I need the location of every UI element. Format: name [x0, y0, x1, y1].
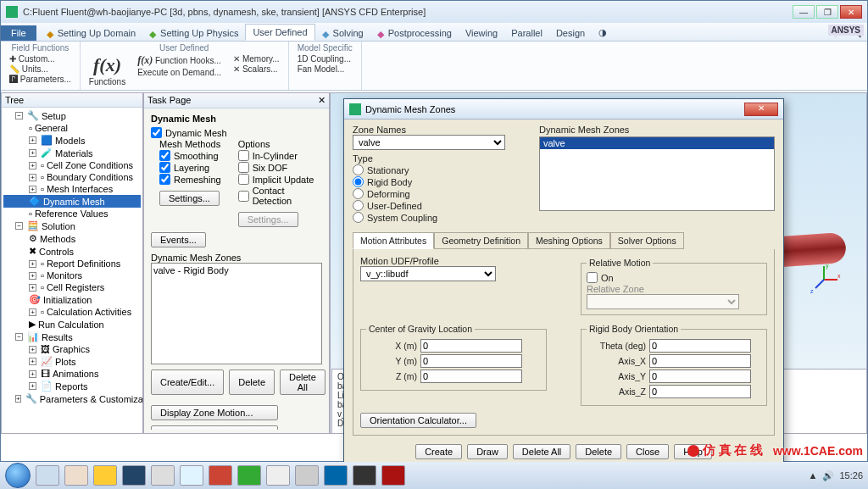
- tree-meshif[interactable]: +▫ Mesh Interfaces: [3, 183, 141, 195]
- tree-plots[interactable]: +📈 Plots: [3, 355, 141, 368]
- tree-controls[interactable]: ✖ Controls: [3, 245, 141, 258]
- chk-contact[interactable]: [238, 191, 249, 202]
- chk-remeshing[interactable]: [159, 174, 170, 185]
- tree-cellreg[interactable]: +▫ Cell Registers: [3, 281, 141, 293]
- radio-deforming[interactable]: [353, 188, 364, 199]
- tb-app-icon[interactable]: [122, 465, 146, 486]
- parameters-cmd[interactable]: 🅿 Parameters...: [9, 75, 71, 84]
- input-x[interactable]: [420, 339, 522, 353]
- tab-physics[interactable]: ◆Setting Up Physics: [142, 25, 245, 41]
- tree-monitors[interactable]: +▫ Monitors: [3, 270, 141, 281]
- dlg-draw-button[interactable]: Draw: [467, 444, 508, 459]
- hooks-cmd[interactable]: f(x) Function Hooks...: [137, 54, 221, 67]
- input-axis-y[interactable]: [649, 370, 751, 383]
- chk-implicit[interactable]: [238, 174, 249, 185]
- tree-reports[interactable]: +📄 Reports: [3, 380, 141, 392]
- maximize-button[interactable]: ❐: [816, 5, 838, 19]
- tab-parallel[interactable]: Parallel: [504, 25, 549, 41]
- tree[interactable]: −🔧 Setup ▫ General +🟦 Models +🧪 Material…: [2, 108, 142, 433]
- clock[interactable]: 15:26: [839, 470, 863, 481]
- tree-graphics[interactable]: +🖼 Graphics: [3, 343, 141, 355]
- close-button[interactable]: ✕: [840, 5, 862, 19]
- windows-taskbar[interactable]: ▲ 🔊 15:26: [0, 462, 868, 489]
- memory-cmd[interactable]: ✕ Memory...: [233, 54, 280, 64]
- custom-cmd[interactable]: ✚ Custom...: [9, 54, 71, 64]
- tree-params[interactable]: +🔧 Parameters & Customization: [3, 392, 141, 405]
- scalars-cmd[interactable]: ✕ Scalars...: [233, 64, 280, 74]
- dialog-titlebar[interactable]: Dynamic Mesh Zones ✕: [344, 99, 783, 119]
- tb-app-icon[interactable]: [324, 465, 348, 486]
- input-y[interactable]: [420, 354, 522, 368]
- chk-sixdof[interactable]: [238, 162, 249, 173]
- tab-meshing-options[interactable]: Meshing Options: [528, 232, 610, 249]
- list-item[interactable]: valve: [540, 137, 774, 149]
- tab-domain[interactable]: ◆Setting Up Domain: [40, 25, 142, 41]
- tab-design[interactable]: Design: [549, 25, 592, 41]
- axis-gizmo[interactable]: x y z: [807, 263, 841, 297]
- settings-button-1[interactable]: Settings...: [159, 191, 220, 206]
- tb-app-icon[interactable]: [93, 465, 117, 486]
- events-button[interactable]: Events...: [151, 232, 206, 247]
- tree-runcalc[interactable]: ▶ Run Calculation: [3, 318, 141, 331]
- tb-fluent-icon[interactable]: [353, 465, 376, 486]
- tb-app-icon[interactable]: [151, 465, 175, 486]
- tb-folder-icon[interactable]: [64, 465, 88, 486]
- radio-stationary[interactable]: [353, 164, 364, 175]
- tree-reportdef[interactable]: +▫ Report Definitions: [3, 258, 141, 270]
- exec-cmd[interactable]: Execute on Demand...: [137, 68, 221, 77]
- tree-dynmesh[interactable]: 🔷 Dynamic Mesh: [3, 195, 141, 208]
- delete-button[interactable]: Delete: [229, 370, 275, 395]
- tb-app-icon[interactable]: [295, 465, 319, 486]
- tree-materials[interactable]: +🧪 Materials: [3, 147, 141, 159]
- tree-general[interactable]: ▫ General: [3, 122, 141, 134]
- tree-anim[interactable]: +🎞 Animations: [3, 368, 141, 380]
- preview-mesh-button[interactable]: Preview Mesh Motion...: [151, 425, 278, 430]
- delete-all-button[interactable]: Delete All: [280, 370, 326, 395]
- list-item[interactable]: valve - Rigid Body: [153, 265, 320, 275]
- functions-cmd[interactable]: Functions: [89, 77, 125, 86]
- tab-user-defined[interactable]: User Defined: [245, 24, 314, 41]
- tab-file[interactable]: File: [1, 25, 36, 41]
- start-button[interactable]: [5, 463, 31, 488]
- task-close-icon[interactable]: ✕: [318, 95, 326, 106]
- chk-incyl[interactable]: [238, 150, 249, 161]
- create-edit-button[interactable]: Create/Edit...: [151, 370, 224, 395]
- tab-more[interactable]: ◑: [592, 25, 614, 41]
- tab-solver-options[interactable]: Solver Options: [610, 232, 684, 249]
- fanmodel-cmd[interactable]: Fan Model...: [298, 64, 353, 74]
- tree-results[interactable]: −📊 Results: [3, 331, 141, 343]
- dialog-close-button[interactable]: ✕: [744, 103, 778, 116]
- tree-methods[interactable]: ⚙ Methods: [3, 232, 141, 245]
- coupling-cmd[interactable]: 1D Coupling...: [298, 54, 353, 64]
- tray-icon[interactable]: 🔊: [822, 470, 834, 481]
- tab-viewing[interactable]: Viewing: [459, 25, 504, 41]
- tree-calcact[interactable]: +▫ Calculation Activities: [3, 306, 141, 318]
- dlg-close-button[interactable]: Close: [626, 444, 669, 459]
- radio-user-defined[interactable]: [353, 200, 364, 211]
- tree-boundary[interactable]: +▫ Boundary Conditions: [3, 171, 141, 183]
- tree-setup[interactable]: −🔧 Setup: [3, 109, 141, 122]
- motion-udf-select[interactable]: v_y::libudf: [360, 266, 496, 281]
- tab-motion-attributes[interactable]: Motion Attributes: [353, 232, 434, 249]
- chk-smoothing[interactable]: [159, 150, 170, 161]
- display-zone-button[interactable]: Display Zone Motion...: [151, 405, 278, 420]
- tab-postprocessing[interactable]: ◆Postprocessing: [370, 25, 459, 41]
- tab-solving[interactable]: ◆Solving: [315, 25, 370, 41]
- chk-on[interactable]: [587, 272, 598, 283]
- dlg-create-button[interactable]: Create: [415, 444, 462, 459]
- orientation-calc-button[interactable]: Orientation Calculator...: [360, 413, 476, 428]
- minimize-button[interactable]: —: [793, 5, 815, 19]
- tray-icon[interactable]: ▲: [809, 470, 818, 481]
- tree-models[interactable]: +🟦 Models: [3, 134, 141, 147]
- tb-app-icon[interactable]: [209, 465, 232, 486]
- tree-solution[interactable]: −🧮 Solution: [3, 219, 141, 232]
- input-axis-x[interactable]: [649, 354, 751, 368]
- tb-app-icon[interactable]: [180, 465, 203, 486]
- tb-app-icon[interactable]: [266, 465, 290, 486]
- units-cmd[interactable]: 📏 Units...: [9, 64, 71, 74]
- tree-cellzone[interactable]: +▫ Cell Zone Conditions: [3, 159, 141, 171]
- radio-rigid-body[interactable]: [353, 176, 364, 187]
- chk-dynamic-mesh[interactable]: [151, 127, 162, 138]
- input-z[interactable]: [420, 370, 522, 383]
- tb-app-icon[interactable]: [237, 465, 261, 486]
